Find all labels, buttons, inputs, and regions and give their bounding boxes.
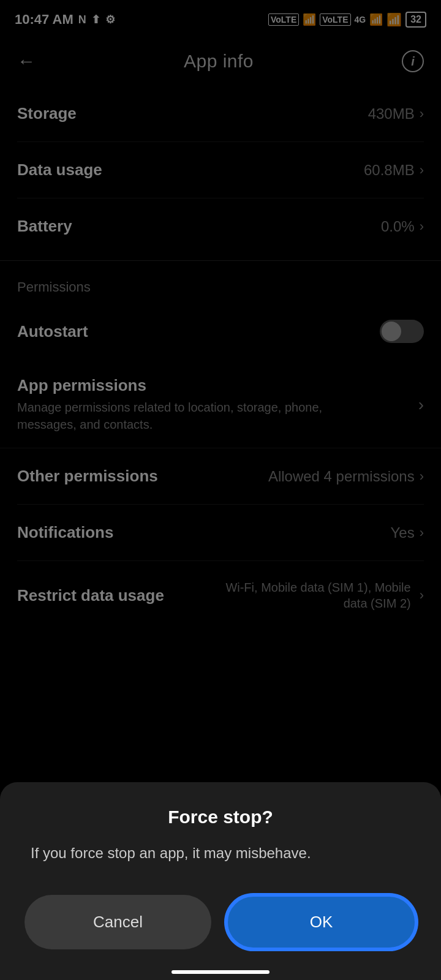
cancel-button[interactable]: Cancel [24,895,211,949]
dialog-body: If you force stop an app, it may misbeha… [24,842,417,864]
dialog-buttons: Cancel OK [24,895,417,949]
force-stop-dialog: Force stop? If you force stop an app, it… [0,782,441,980]
ok-button[interactable]: OK [226,895,417,949]
dialog-title: Force stop? [24,807,417,827]
home-indicator [172,970,270,974]
